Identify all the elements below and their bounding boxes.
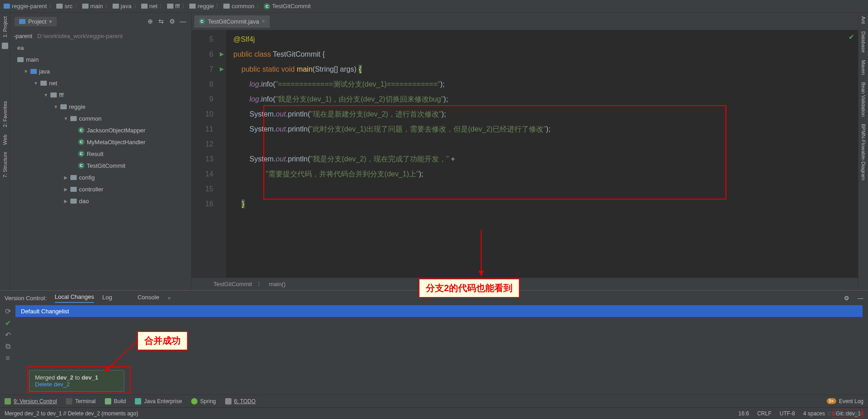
tree-node[interactable]: ▼fff	[10, 89, 191, 101]
gear-icon[interactable]: ⚙	[844, 295, 849, 302]
tree-node[interactable]: ▶dao	[10, 195, 191, 207]
bottom-tool-buttons: 9: Version Control Terminal Build Java E…	[0, 395, 868, 407]
hide-icon[interactable]: —	[179, 18, 187, 25]
tree-node[interactable]: ea	[10, 42, 191, 54]
package-icon	[40, 81, 47, 86]
breadcrumb-item[interactable]: main	[82, 3, 103, 10]
locate-icon[interactable]: ⊕	[147, 18, 154, 25]
breadcrumb-item[interactable]: CTestGitCommit	[264, 3, 311, 10]
tab-console[interactable]: Console	[138, 294, 159, 302]
diff-icon[interactable]: ⧉	[4, 342, 12, 351]
tree-node[interactable]: ▶controller	[10, 183, 191, 195]
close-icon[interactable]: ×	[168, 295, 171, 302]
commit-icon[interactable]: ✔	[4, 319, 12, 327]
project-tool-window: Project ▾ ⊕ ⇆ ⚙ — -parentD:\work\idea_wo…	[10, 13, 192, 290]
class-icon: C	[264, 3, 270, 10]
tool-web[interactable]: Web	[2, 131, 8, 148]
close-icon[interactable]: ×	[262, 18, 265, 24]
watermark: CSDN @爱加班	[828, 410, 863, 417]
breadcrumb-item[interactable]: java	[113, 3, 132, 10]
package-icon	[70, 187, 77, 192]
line-separator[interactable]: CRLF	[757, 410, 771, 417]
module-icon	[4, 4, 10, 9]
gear-icon[interactable]: ⚙	[168, 18, 176, 25]
caret-position[interactable]: 16:6	[739, 410, 749, 417]
btn-terminal[interactable]: Terminal	[66, 398, 95, 404]
class-icon: C	[78, 151, 84, 157]
tool-bpmn[interactable]: BPMN-Flowable-Diagram	[861, 120, 866, 184]
delete-branch-link[interactable]: Delete dev_2	[35, 381, 118, 388]
tree-node[interactable]: ▼reggie	[10, 101, 191, 112]
project-view-selector[interactable]: Project ▾	[15, 17, 57, 26]
hide-icon[interactable]: —	[858, 295, 863, 302]
package-icon	[70, 175, 77, 180]
changelist-icon[interactable]: ≡	[4, 354, 12, 362]
tool-maven[interactable]: Maven	[861, 56, 866, 78]
tree-node[interactable]: main	[10, 54, 191, 65]
tool-bean-validation[interactable]: Bean Validation	[861, 78, 866, 120]
code-area[interactable]: @Slf4j public class TestGitCommit { publ…	[226, 30, 858, 278]
tree-root[interactable]: -parentD:\work\idea_work\reggie-parent	[10, 30, 191, 42]
tree-file[interactable]: CJacksonObjectMapper	[10, 124, 191, 136]
tree-file[interactable]: CTestGitCommit	[10, 160, 191, 171]
breadcrumb-item[interactable]: src	[56, 3, 72, 10]
tree-node[interactable]: ▼common	[10, 112, 191, 124]
btn-todo[interactable]: 6: TODO	[225, 398, 256, 404]
module-icon	[19, 19, 25, 24]
run-class-icon[interactable]: ▶	[217, 47, 226, 62]
expand-icon[interactable]: ⇆	[158, 18, 165, 25]
class-icon: C	[78, 127, 84, 133]
tree-file[interactable]: CResult	[10, 148, 191, 160]
tool-structure[interactable]: 7: Structure	[2, 148, 8, 181]
editor[interactable]: ✔ 567 8910 111213 141516 ▶ ▶ @Slf4j publ…	[192, 30, 858, 278]
project-tree[interactable]: -parentD:\work\idea_work\reggie-parent e…	[10, 30, 191, 290]
status-message: Merged dev_2 to dev_1 // Delete dev_2 (m…	[5, 410, 138, 417]
editor-panel: C TestGitCommit.java × ✔ 567 8910 111213…	[192, 13, 858, 290]
run-main-icon[interactable]: ▶	[217, 62, 226, 77]
tree-file[interactable]: CMyMetaObjectHandler	[10, 136, 191, 148]
breadcrumb-item[interactable]: common	[223, 3, 254, 10]
btn-build[interactable]: Build	[105, 398, 126, 404]
rollback-icon[interactable]: ↶	[4, 331, 12, 339]
left-tool-strip: 1: Project 2: Favorites Web 7: Structure	[0, 13, 10, 290]
breadcrumb-item[interactable]: reggie	[189, 3, 214, 10]
tool-favorites[interactable]: 2: Favorites	[2, 97, 8, 131]
annotation-see-branch2: 分支2的代码也能看到	[419, 278, 520, 298]
indent-setting[interactable]: 4 spaces	[803, 410, 825, 417]
tree-node[interactable]: ▼java	[10, 65, 191, 77]
tool-project[interactable]: 1: Project	[2, 13, 8, 41]
vc-title: Version Control:	[5, 295, 47, 302]
merge-notification: Merged dev_2 to dev_1 Delete dev_2	[29, 370, 124, 392]
tree-node[interactable]: ▼net	[10, 77, 191, 89]
breadcrumb-item[interactable]: reggie-parent	[4, 3, 47, 10]
refresh-icon[interactable]: ⟳	[4, 307, 12, 315]
editor-breadcrumb: TestGitCommit 〉 main()	[192, 278, 858, 290]
vc-toolbar: ⟳ ✔ ↶ ⧉ ≡	[0, 305, 15, 395]
tool-database[interactable]: Database	[861, 28, 866, 56]
btn-version-control[interactable]: 9: Version Control	[5, 398, 57, 404]
right-tool-strip: Ant Database Maven Bean Validation BPMN-…	[858, 13, 868, 290]
tab-local-changes[interactable]: Local Changes	[55, 293, 94, 303]
breadcrumb-item[interactable]: net	[141, 3, 158, 10]
tool-ant[interactable]: Ant	[861, 13, 866, 28]
annotation-merge-success: 合并成功	[137, 331, 188, 351]
package-icon	[50, 93, 57, 97]
btn-event-log[interactable]: 9+Event Log	[827, 398, 863, 404]
tab-label: TestGitCommit.java	[208, 18, 259, 25]
editor-tab[interactable]: C TestGitCommit.java ×	[194, 15, 270, 28]
crumb-class[interactable]: TestGitCommit	[213, 281, 252, 287]
crumb-method[interactable]: main()	[269, 281, 286, 287]
btn-java-enterprise[interactable]: Java Enterprise	[135, 398, 182, 404]
tree-node[interactable]: ▶config	[10, 171, 191, 183]
btn-spring[interactable]: Spring	[191, 398, 216, 404]
run-gutter: ▶ ▶	[217, 30, 226, 278]
folder-icon	[141, 4, 148, 9]
breadcrumb-item[interactable]: fff	[167, 3, 180, 10]
folder-icon	[189, 4, 196, 9]
project-title: Project	[28, 18, 46, 25]
folder-icon	[223, 4, 230, 9]
source-folder-icon	[30, 69, 37, 74]
tab-log[interactable]: Log	[102, 294, 112, 302]
file-encoding[interactable]: UTF-8	[779, 410, 795, 417]
default-changelist[interactable]: Default Changelist	[15, 305, 863, 317]
